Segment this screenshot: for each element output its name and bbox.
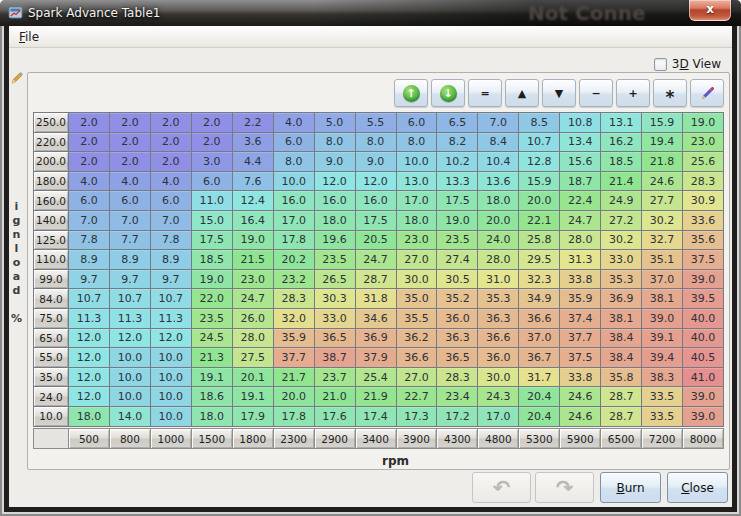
- row-header[interactable]: 55.0: [34, 348, 68, 367]
- table-cell[interactable]: 28.7: [601, 407, 641, 426]
- table-cell[interactable]: 8.0: [397, 133, 437, 152]
- table-cell[interactable]: 22.7: [397, 387, 437, 406]
- table-cell[interactable]: 35.6: [683, 231, 723, 250]
- table-cell[interactable]: 33.0: [601, 250, 641, 269]
- value-up-button[interactable]: ▲: [505, 79, 539, 107]
- table-cell[interactable]: 19.4: [642, 133, 682, 152]
- table-cell[interactable]: 17.5: [437, 191, 477, 210]
- table-cell[interactable]: 39.1: [642, 329, 682, 348]
- table-cell[interactable]: 9.0: [356, 152, 396, 171]
- table-cell[interactable]: 6.0: [192, 172, 232, 191]
- table-cell[interactable]: 36.2: [397, 329, 437, 348]
- column-header[interactable]: 2300: [274, 429, 314, 448]
- table-cell[interactable]: 2.0: [69, 113, 109, 132]
- column-header[interactable]: 1000: [151, 429, 191, 448]
- table-cell[interactable]: 38.4: [601, 348, 641, 367]
- table-cell[interactable]: 21.5: [233, 250, 273, 269]
- table-cell[interactable]: 27.2: [601, 211, 641, 230]
- row-header[interactable]: 160.0: [34, 191, 68, 210]
- table-cell[interactable]: 27.0: [397, 368, 437, 387]
- table-cell[interactable]: 36.6: [519, 309, 559, 328]
- table-cell[interactable]: 18.0: [397, 211, 437, 230]
- table-cell[interactable]: 10.0: [110, 368, 150, 387]
- table-cell[interactable]: 19.0: [233, 231, 273, 250]
- table-cell[interactable]: 12.0: [356, 172, 396, 191]
- table-cell[interactable]: 36.6: [397, 348, 437, 367]
- table-cell[interactable]: 8.9: [69, 250, 109, 269]
- table-cell[interactable]: 31.8: [356, 289, 396, 308]
- table-cell[interactable]: 24.9: [601, 191, 641, 210]
- table-cell[interactable]: 41.0: [683, 368, 723, 387]
- multiply-button[interactable]: *: [653, 79, 687, 107]
- table-cell[interactable]: 12.0: [69, 387, 109, 406]
- table-cell[interactable]: 37.7: [274, 348, 314, 367]
- table-cell[interactable]: 36.6: [478, 329, 518, 348]
- table-cell[interactable]: 4.0: [110, 172, 150, 191]
- table-cell[interactable]: 37.5: [683, 250, 723, 269]
- table-cell[interactable]: 18.6: [192, 387, 232, 406]
- menu-item-file[interactable]: File: [9, 27, 47, 44]
- table-cell[interactable]: 36.0: [478, 348, 518, 367]
- table-cell[interactable]: 10.7: [110, 289, 150, 308]
- table-cell[interactable]: 39.4: [642, 348, 682, 367]
- table-cell[interactable]: 30.0: [478, 368, 518, 387]
- table-cell[interactable]: 7.0: [478, 113, 518, 132]
- row-header[interactable]: 35.0: [34, 368, 68, 387]
- row-header[interactable]: 140.0: [34, 211, 68, 230]
- scale-values-down-button[interactable]: ↓: [431, 79, 465, 107]
- table-cell[interactable]: 4.0: [151, 172, 191, 191]
- table-cell[interactable]: 37.4: [560, 309, 600, 328]
- table-cell[interactable]: 26.0: [233, 309, 273, 328]
- table-cell[interactable]: 11.0: [192, 191, 232, 210]
- table-cell[interactable]: 2.2: [233, 113, 273, 132]
- table-cell[interactable]: 32.0: [274, 309, 314, 328]
- table-cell[interactable]: 20.5: [356, 231, 396, 250]
- edit-pen-button[interactable]: [690, 79, 724, 107]
- table-cell[interactable]: 5.0: [315, 113, 355, 132]
- table-cell[interactable]: 8.0: [315, 133, 355, 152]
- row-header[interactable]: 180.0: [34, 172, 68, 191]
- table-cell[interactable]: 33.6: [683, 211, 723, 230]
- table-cell[interactable]: 23.4: [437, 387, 477, 406]
- table-cell[interactable]: 11.3: [110, 309, 150, 328]
- table-cell[interactable]: 4.4: [233, 152, 273, 171]
- table-cell[interactable]: 33.0: [315, 309, 355, 328]
- table-cell[interactable]: 22.0: [192, 289, 232, 308]
- table-cell[interactable]: 12.0: [69, 329, 109, 348]
- table-cell[interactable]: 17.0: [274, 211, 314, 230]
- table-cell[interactable]: 7.0: [69, 211, 109, 230]
- table-cell[interactable]: 28.0: [233, 329, 273, 348]
- table-cell[interactable]: 17.2: [437, 407, 477, 426]
- table-cell[interactable]: 2.0: [151, 152, 191, 171]
- table-cell[interactable]: 4.0: [274, 113, 314, 132]
- table-cell[interactable]: 22.4: [560, 191, 600, 210]
- table-cell[interactable]: 30.2: [642, 211, 682, 230]
- table-cell[interactable]: 6.0: [397, 113, 437, 132]
- table-cell[interactable]: 36.9: [356, 329, 396, 348]
- table-cell[interactable]: 38.3: [642, 368, 682, 387]
- table-cell[interactable]: 35.2: [437, 289, 477, 308]
- table-cell[interactable]: 4.0: [69, 172, 109, 191]
- row-header[interactable]: 125.0: [34, 231, 68, 250]
- table-cell[interactable]: 7.0: [151, 211, 191, 230]
- table-cell[interactable]: 20.2: [274, 250, 314, 269]
- table-cell[interactable]: 20.0: [274, 387, 314, 406]
- table-cell[interactable]: 29.5: [519, 250, 559, 269]
- table-cell[interactable]: 15.9: [519, 172, 559, 191]
- table-cell[interactable]: 17.4: [356, 407, 396, 426]
- table-cell[interactable]: 34.6: [356, 309, 396, 328]
- table-cell[interactable]: 35.3: [601, 270, 641, 289]
- table-cell[interactable]: 24.3: [478, 387, 518, 406]
- edit-pencil-icon[interactable]: [10, 70, 25, 85]
- table-cell[interactable]: 12.8: [519, 152, 559, 171]
- table-cell[interactable]: 18.0: [478, 191, 518, 210]
- table-cell[interactable]: 17.5: [356, 211, 396, 230]
- row-header[interactable]: 110.0: [34, 250, 68, 269]
- close-dialog-button[interactable]: Close: [667, 472, 728, 503]
- table-cell[interactable]: 31.3: [560, 250, 600, 269]
- table-cell[interactable]: 6.0: [274, 133, 314, 152]
- table-cell[interactable]: 23.0: [233, 270, 273, 289]
- table-cell[interactable]: 30.9: [683, 191, 723, 210]
- table-cell[interactable]: 10.7: [69, 289, 109, 308]
- table-cell[interactable]: 18.0: [315, 211, 355, 230]
